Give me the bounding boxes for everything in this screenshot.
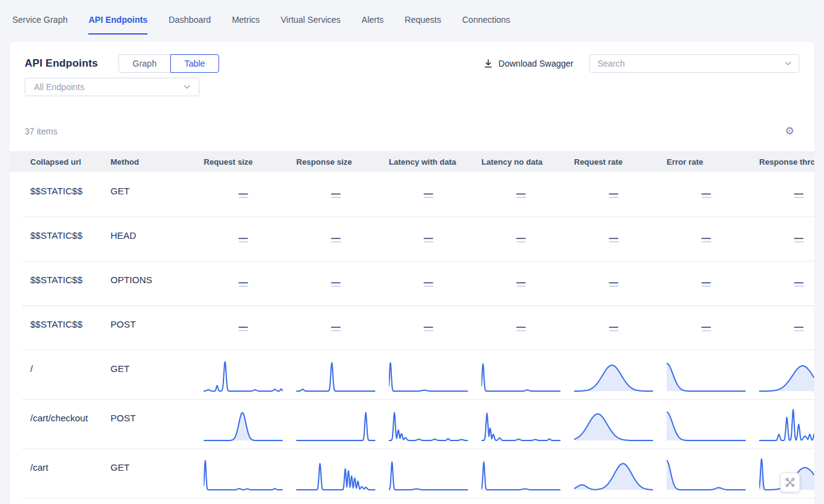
- column-header[interactable]: Collapsed url: [30, 157, 110, 167]
- sparkline-chart: [667, 356, 746, 393]
- empty-metric-cell: —: [296, 261, 375, 305]
- endpoint-method: HEAD: [110, 217, 204, 261]
- empty-metric-cell: —: [296, 217, 375, 261]
- empty-metric-cell: —: [759, 172, 814, 217]
- no-data-dash: —: [702, 191, 711, 198]
- sparkline-chart: [389, 455, 468, 492]
- empty-metric-cell: —: [389, 261, 468, 305]
- no-data-dash: —: [239, 324, 248, 331]
- endpoint-method: POST: [110, 305, 204, 350]
- sparkline-chart: [667, 455, 746, 492]
- no-data-dash: —: [517, 280, 526, 287]
- metric-sparkline-cell: [389, 399, 468, 448]
- toggle-table-button[interactable]: Table: [170, 54, 219, 73]
- metric-sparkline-cell: [759, 399, 814, 448]
- drag-handle-button[interactable]: [780, 473, 800, 492]
- metric-sparkline-cell: [296, 399, 375, 448]
- sparkline-chart: [759, 405, 814, 442]
- no-data-dash: —: [609, 324, 618, 331]
- endpoint-filter-select[interactable]: All Endpoints: [25, 78, 199, 96]
- metric-sparkline-cell: [574, 448, 653, 498]
- column-header[interactable]: Response throughput: [759, 157, 814, 167]
- column-header[interactable]: Request rate: [574, 157, 667, 167]
- table-row[interactable]: /GET: [10, 350, 814, 399]
- nav-item-virtual-services[interactable]: Virtual Services: [281, 4, 341, 35]
- table-row[interactable]: $$STATIC$$HEAD———————: [10, 217, 814, 261]
- nav-item-service-graph[interactable]: Service Graph: [12, 4, 67, 35]
- column-header[interactable]: Error rate: [667, 157, 759, 167]
- search-combobox[interactable]: [589, 54, 799, 73]
- page-title: API Endpoints: [25, 57, 98, 70]
- table-row[interactable]: $$STATIC$$OPTIONS———————: [10, 261, 814, 305]
- empty-metric-cell: —: [204, 261, 283, 305]
- endpoint-url: $$STATIC$$: [30, 305, 110, 350]
- column-header[interactable]: Method: [110, 157, 204, 167]
- sparkline-chart: [574, 455, 653, 492]
- empty-metric-cell: —: [667, 261, 746, 305]
- no-data-dash: —: [702, 324, 711, 331]
- nav-item-metrics[interactable]: Metrics: [232, 4, 260, 35]
- nav-item-api-endpoints[interactable]: API Endpoints: [88, 4, 148, 35]
- sparkline-chart: [204, 405, 283, 442]
- chevron-down-icon: [184, 85, 190, 89]
- empty-metric-cell: —: [667, 217, 746, 261]
- empty-metric-cell: —: [574, 172, 653, 217]
- endpoint-method: POST: [110, 399, 204, 448]
- no-data-dash: —: [239, 236, 248, 242]
- no-data-dash: —: [702, 236, 711, 242]
- column-header[interactable]: Latency no data: [481, 157, 574, 167]
- endpoints-table: Collapsed urlMethodRequest sizeResponse …: [10, 151, 814, 504]
- endpoint-url: /cart/checkout: [30, 399, 110, 448]
- gear-icon[interactable]: ⚙: [785, 126, 794, 136]
- download-swagger-button[interactable]: Download Swagger: [483, 59, 573, 68]
- column-header[interactable]: Response size: [296, 157, 389, 167]
- search-input[interactable]: [597, 59, 780, 68]
- nav-item-dashboard[interactable]: Dashboard: [169, 4, 211, 35]
- metric-sparkline-cell: [667, 399, 746, 448]
- endpoint-url: /: [30, 350, 110, 399]
- table-header-row: Collapsed urlMethodRequest sizeResponse …: [10, 151, 814, 172]
- nav-item-requests[interactable]: Requests: [405, 4, 441, 35]
- metric-sparkline-cell: [667, 350, 746, 399]
- empty-metric-cell: —: [759, 261, 814, 305]
- metric-sparkline-cell: [759, 350, 814, 399]
- empty-metric-cell: —: [667, 172, 746, 217]
- nav-item-connections[interactable]: Connections: [462, 4, 510, 35]
- metric-sparkline-cell: [481, 350, 560, 399]
- metric-sparkline-cell: [204, 350, 283, 399]
- no-data-dash: —: [794, 191, 804, 198]
- nav-item-alerts[interactable]: Alerts: [362, 4, 384, 35]
- metric-sparkline-cell: [389, 350, 468, 399]
- top-navigation: Service GraphAPI EndpointsDashboardMetri…: [0, 0, 824, 35]
- no-data-dash: —: [424, 236, 433, 242]
- no-data-dash: —: [424, 324, 433, 331]
- table-row[interactable]: $$STATIC$$POST———————: [10, 305, 814, 350]
- table-row[interactable]: $$STATIC$$GET———————: [10, 172, 814, 217]
- table-row[interactable]: /cartGET: [10, 448, 814, 498]
- sparkline-chart: [481, 405, 560, 442]
- endpoint-filter-placeholder: All Endpoints: [34, 82, 184, 92]
- metric-sparkline-cell: [204, 448, 283, 498]
- metric-sparkline-cell: [574, 399, 653, 448]
- column-header[interactable]: Request size: [204, 157, 296, 167]
- empty-metric-cell: —: [667, 305, 746, 350]
- empty-metric-cell: —: [296, 172, 375, 217]
- sparkline-chart: [574, 405, 653, 442]
- endpoint-method: OPTIONS: [110, 261, 204, 305]
- column-header[interactable]: Latency with data: [389, 157, 481, 167]
- metric-sparkline-cell: [574, 350, 653, 399]
- no-data-dash: —: [794, 280, 804, 287]
- toggle-graph-button[interactable]: Graph: [119, 54, 171, 73]
- no-data-dash: —: [239, 191, 248, 198]
- empty-metric-cell: —: [204, 172, 283, 217]
- empty-metric-cell: —: [481, 261, 560, 305]
- table-row[interactable]: /cart/checkoutPOST: [10, 399, 814, 448]
- no-data-dash: —: [517, 191, 526, 198]
- no-data-dash: —: [424, 280, 433, 287]
- no-data-dash: —: [609, 280, 618, 287]
- no-data-dash: —: [702, 280, 711, 287]
- no-data-dash: —: [424, 191, 433, 198]
- empty-metric-cell: —: [574, 305, 653, 350]
- empty-metric-cell: —: [204, 305, 283, 350]
- metric-sparkline-cell: [667, 448, 746, 498]
